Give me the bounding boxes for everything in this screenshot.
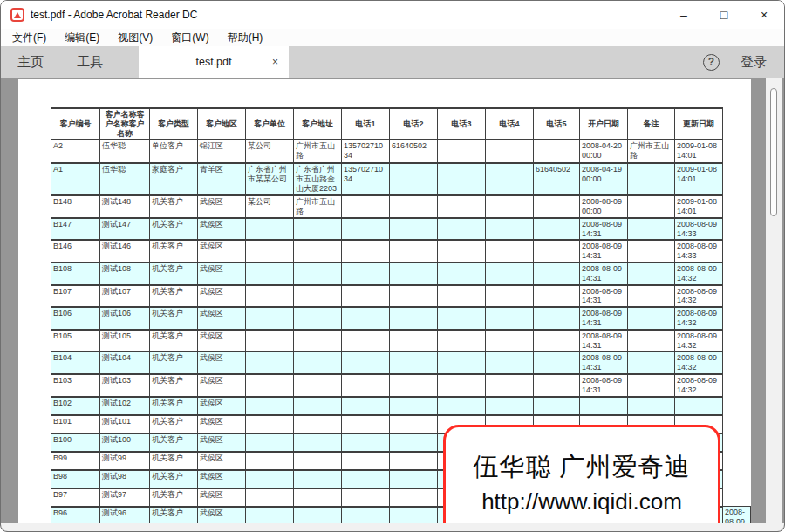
table-cell: B108 [51, 263, 100, 285]
table-cell [534, 240, 580, 263]
column-header: 更新日期 [675, 108, 723, 140]
menu-item[interactable]: 编辑(E) [65, 31, 99, 45]
column-header: 客户类型 [150, 108, 198, 140]
vertical-scrollbar-thumb[interactable] [770, 88, 777, 216]
acrobat-pdf-icon [10, 8, 24, 22]
table-cell: 2008-08-09 14:31 [580, 351, 628, 374]
table-cell [342, 488, 390, 507]
column-header: 客户编号 [51, 108, 100, 140]
tab-home[interactable]: 主页 [1, 46, 60, 78]
table-row: B103测试103机关客户武侯区2008-08-09 14:312008-08-… [51, 374, 751, 397]
table-cell [390, 163, 438, 194]
tab-tools[interactable]: 工具 [60, 46, 119, 78]
table-cell [342, 263, 390, 285]
table-cell [390, 470, 438, 488]
table-cell [390, 218, 438, 241]
table-cell: 2008-08-09 14:32 [675, 330, 723, 352]
table-cell: 测试107 [100, 285, 150, 308]
sign-in-button[interactable]: 登录 [741, 54, 767, 71]
document-tab[interactable]: test.pdf × [139, 46, 289, 78]
table-cell: 机关客户 [150, 488, 198, 507]
table-cell: 机关客户 [150, 397, 198, 415]
table-cell [438, 285, 486, 308]
table-cell [675, 397, 723, 415]
table-cell [628, 397, 675, 415]
close-tab-icon[interactable]: × [272, 56, 278, 68]
table-cell [246, 452, 294, 470]
table-cell: 武侯区 [198, 351, 246, 374]
table-cell [294, 452, 342, 470]
table-cell: 13570271034 [342, 140, 390, 163]
table-row: A1伍华聪家庭客户青羊区广东省广州市某某公司广东省广州市五山路金山大厦22031… [51, 163, 751, 194]
window-title: test.pdf - Adobe Acrobat Reader DC [31, 9, 197, 21]
table-cell: 测试100 [100, 433, 150, 452]
table-cell [486, 263, 534, 285]
table-cell [246, 470, 294, 488]
menu-item[interactable]: 帮助(H) [228, 31, 263, 45]
column-header: 电话3 [438, 108, 486, 140]
table-cell [486, 240, 534, 263]
table-cell [438, 140, 486, 163]
table-cell: 机关客户 [150, 307, 198, 330]
table-cell [534, 285, 580, 308]
table-cell [294, 330, 342, 352]
table-cell [534, 140, 580, 163]
help-icon[interactable]: ? [703, 54, 720, 71]
table-cell [628, 374, 675, 397]
table-cell: 测试103 [100, 374, 150, 397]
table-cell: 测试99 [100, 452, 150, 470]
table-cell: 2008-08-09 14:31 [580, 218, 628, 241]
table-cell: 2008-08-09 14:31 [580, 285, 628, 308]
table-cell: 广东省广州市某某公司 [246, 163, 294, 194]
table-row: B148测试148机关客户武侯区某公司广州市五山路2008-08-09 00:0… [51, 195, 751, 218]
table-cell: 某公司 [246, 140, 294, 163]
tabbar-right: ? 登录 [703, 46, 784, 78]
table-cell: 13570271034 [342, 163, 390, 194]
table-cell [486, 285, 534, 308]
table-row: B106测试106机关客户武侯区2008-08-09 14:312008-08-… [51, 307, 751, 330]
maximize-button[interactable]: □ [704, 1, 744, 29]
table-cell [246, 285, 294, 308]
watermark-url: http://www.iqidi.com [481, 488, 682, 515]
table-cell: 机关客户 [150, 433, 198, 452]
horizontal-scrollbar[interactable] [1, 523, 784, 531]
table-cell [294, 351, 342, 374]
table-cell [390, 263, 438, 285]
table-cell: 61640502 [534, 163, 580, 194]
table-cell [438, 330, 486, 352]
menu-item[interactable]: 文件(F) [12, 31, 46, 45]
column-header: 电话1 [342, 108, 390, 140]
table-row: B105测试105机关客户武侯区2008-08-09 14:312008-08-… [51, 330, 751, 352]
table-cell: B146 [51, 240, 100, 263]
table-cell [390, 351, 438, 374]
table-cell [342, 330, 390, 352]
table-cell: 61640502 [390, 140, 438, 163]
column-header: 电话5 [534, 108, 580, 140]
table-cell [390, 307, 438, 330]
document-area: 客户编号客户名称客户名称客户名称客户类型客户地区客户单位客户地址电话1电话2电话… [1, 78, 784, 531]
table-cell: B102 [51, 397, 100, 415]
table-cell: 伍华聪 [100, 163, 150, 194]
menu-item[interactable]: 窗口(W) [171, 31, 208, 45]
vertical-scrollbar[interactable] [766, 78, 782, 523]
table-row: B104测试104机关客户武侯区2008-08-09 14:312008-08-… [51, 351, 751, 374]
table-cell: 武侯区 [198, 330, 246, 352]
table-cell: 武侯区 [198, 285, 246, 308]
close-button[interactable]: × [744, 1, 784, 29]
table-cell [390, 330, 438, 352]
table-row: A2伍华聪单位客户锦江区某公司广州市五山路1357027103461640502… [51, 140, 751, 163]
table-cell: 机关客户 [150, 330, 198, 352]
minimize-button[interactable]: – [664, 1, 704, 29]
table-cell: 测试146 [100, 240, 150, 263]
table-cell: 机关客户 [150, 263, 198, 285]
table-cell [628, 330, 675, 352]
menu-item[interactable]: 视图(V) [118, 31, 153, 45]
table-cell [438, 240, 486, 263]
table-cell [294, 397, 342, 415]
table-cell: 测试102 [100, 397, 150, 415]
table-cell [390, 488, 438, 507]
acrobat-window: { "window": { "title": "test.pdf - Adobe… [0, 0, 785, 532]
table-cell: 广州市五山路 [294, 195, 342, 218]
table-header-row: 客户编号客户名称客户名称客户名称客户类型客户地区客户单位客户地址电话1电话2电话… [51, 108, 751, 140]
table-cell [438, 307, 486, 330]
